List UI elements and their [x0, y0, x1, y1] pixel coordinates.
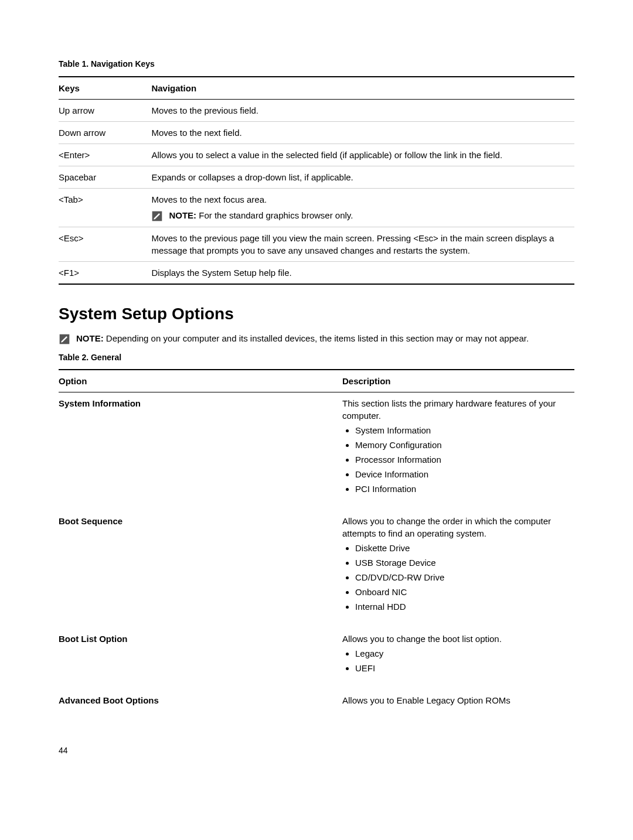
list-item: UEFI — [355, 662, 569, 674]
table-row: System Information This section lists th… — [59, 392, 574, 511]
nav-cell: Moves to the previous page till you view… — [151, 227, 574, 261]
section-note: NOTE: Depending on your computer and its… — [59, 332, 574, 345]
description-cell: This section lists the primary hardware … — [342, 392, 574, 511]
note-label: NOTE: — [169, 210, 196, 220]
option-label: Boot List Option — [59, 634, 127, 644]
table-row: Boot List Option Allows you to change th… — [59, 628, 574, 689]
description-text: Allows you to Enable Legacy Option ROMs — [342, 694, 569, 706]
nav-cell: Moves to the next focus area. NOTE: For … — [151, 188, 574, 227]
option-cell: System Information — [59, 392, 342, 511]
list-item: CD/DVD/CD-RW Drive — [355, 571, 569, 583]
note-body: For the standard graphics browser only. — [196, 210, 353, 220]
option-label: Boot Sequence — [59, 516, 122, 526]
table-row: <F1> Displays the System Setup help file… — [59, 261, 574, 284]
list-item: Internal HDD — [355, 600, 569, 613]
nav-cell: Allows you to select a value in the sele… — [151, 144, 574, 166]
key-cell: <F1> — [59, 261, 151, 284]
option-cell: Boot Sequence — [59, 510, 342, 628]
description-text: This section lists the primary hardware … — [342, 397, 569, 422]
key-cell: Spacebar — [59, 166, 151, 188]
bullet-list: Legacy UEFI — [342, 647, 569, 674]
table-row: Up arrow Moves to the previous field. — [59, 99, 574, 121]
nav-cell: Moves to the previous field. — [151, 99, 574, 121]
note-text: NOTE: For the standard graphics browser … — [169, 209, 569, 221]
list-item: Device Information — [355, 468, 569, 480]
table-row: <Esc> Moves to the previous page till yo… — [59, 227, 574, 261]
option-label: Advanced Boot Options — [59, 695, 159, 705]
nav-cell: Displays the System Setup help file. — [151, 261, 574, 284]
table2-header-description: Description — [342, 370, 574, 392]
nav-cell: Expands or collapses a drop-down list, i… — [151, 166, 574, 188]
option-cell: Advanced Boot Options — [59, 689, 342, 722]
key-cell: <Esc> — [59, 227, 151, 261]
description-text: Allows you to change the boot list optio… — [342, 633, 569, 645]
list-item: Onboard NIC — [355, 586, 569, 598]
table-row: <Enter> Allows you to select a value in … — [59, 144, 574, 166]
table-row: Down arrow Moves to the next field. — [59, 121, 574, 144]
table-row: Boot Sequence Allows you to change the o… — [59, 510, 574, 628]
table1-header-keys: Keys — [59, 77, 151, 100]
description-cell: Allows you to Enable Legacy Option ROMs — [342, 689, 574, 722]
bullet-list: System Information Memory Configuration … — [342, 424, 569, 495]
description-cell: Allows you to change the order in which … — [342, 510, 574, 628]
table2-caption: Table 2. General — [59, 352, 574, 364]
note-pencil-icon — [59, 333, 70, 345]
key-cell: Down arrow — [59, 121, 151, 144]
table-row: Advanced Boot Options Allows you to Enab… — [59, 689, 574, 722]
table-row: Spacebar Expands or collapses a drop-dow… — [59, 166, 574, 188]
key-cell: Up arrow — [59, 99, 151, 121]
table2-general: Option Description System Information Th… — [59, 369, 574, 722]
table1-navigation-keys: Keys Navigation Up arrow Moves to the pr… — [59, 76, 574, 285]
option-label: System Information — [59, 398, 141, 408]
list-item: Processor Information — [355, 453, 569, 466]
table1-header-navigation: Navigation — [151, 77, 574, 100]
description-cell: Allows you to change the boot list optio… — [342, 628, 574, 689]
note-body: Depending on your computer and its insta… — [104, 333, 529, 343]
note-label: NOTE: — [76, 333, 104, 343]
section-heading: System Setup Options — [59, 302, 574, 325]
bullet-list: Diskette Drive USB Storage Device CD/DVD… — [342, 542, 569, 613]
nav-cell: Moves to the next field. — [151, 121, 574, 144]
list-item: Diskette Drive — [355, 542, 569, 554]
note-pencil-icon — [151, 210, 163, 222]
page-number: 44 — [59, 745, 574, 757]
table-row: <Tab> Moves to the next focus area. NOTE… — [59, 188, 574, 227]
table2-header-option: Option — [59, 370, 342, 392]
list-item: PCI Information — [355, 483, 569, 495]
option-cell: Boot List Option — [59, 628, 342, 689]
list-item: Memory Configuration — [355, 439, 569, 451]
key-cell: <Enter> — [59, 144, 151, 166]
description-text: Allows you to change the order in which … — [342, 515, 569, 539]
nav-cell-text: Moves to the next focus area. — [151, 194, 267, 204]
note-block: NOTE: For the standard graphics browser … — [151, 209, 569, 222]
note-text: NOTE: Depending on your computer and its… — [76, 332, 574, 344]
key-cell: <Tab> — [59, 188, 151, 227]
list-item: System Information — [355, 424, 569, 436]
list-item: USB Storage Device — [355, 556, 569, 569]
list-item: Legacy — [355, 647, 569, 660]
table1-caption: Table 1. Navigation Keys — [59, 59, 574, 70]
